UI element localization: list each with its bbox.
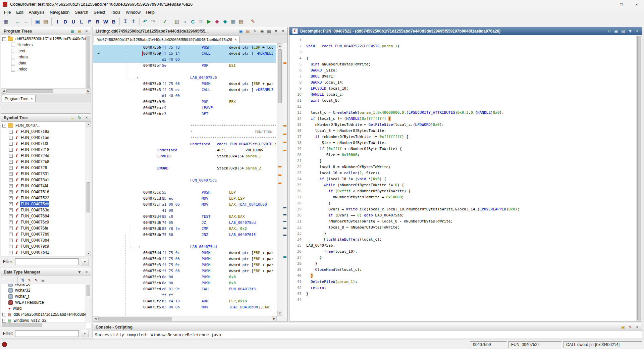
menu-help[interactable]: Help (143, 9, 157, 15)
scroll-lock-icon[interactable]: ▣ (620, 324, 626, 330)
tree-node-section[interactable]: Headers (1, 42, 86, 48)
console-output[interactable]: Successfully compiled: WindowsResourceRe… (93, 331, 642, 339)
expander-icon[interactable]: + (9, 184, 13, 188)
tab-close-icon[interactable]: × (234, 38, 236, 42)
expander-icon[interactable]: + (9, 136, 13, 140)
run-script-icon[interactable]: ▶ (205, 17, 213, 26)
data-type-hscrollbar[interactable] (1, 322, 86, 328)
tree-view-icon[interactable]: ▦ (69, 28, 75, 34)
listing-row[interactable]: 004075c0ff 75 08PUSHdword ptr [EBP + par (93, 81, 276, 87)
decompile-line[interactable]: 7 BOOL BVar1; (291, 73, 637, 79)
symbol-node[interactable]: +fFUN_004071ae (1, 135, 86, 141)
expander-icon[interactable]: + (9, 130, 13, 134)
symbol-node[interactable]: +fFUN_004072ff (1, 165, 86, 171)
decompile-line[interactable]: 39 CloseHandle(local_c); (291, 266, 637, 272)
menu-search[interactable]: Search (72, 9, 91, 15)
tree-node-root[interactable]: -dd674592500b1f71d1255abd7e440d3de329695… (1, 36, 86, 42)
program-tree-tab[interactable]: Program Tree × (2, 95, 36, 102)
decompile-line[interactable]: 40 } (291, 272, 637, 279)
expander-icon[interactable]: + (9, 220, 13, 224)
menu-edit[interactable]: Edit (13, 9, 26, 15)
memory-map-icon[interactable]: ◆ (221, 17, 229, 26)
listing-vscrollbar[interactable]: ▲ ▼ (277, 43, 282, 316)
decompile-line[interactable]: 5 uint nNumberOfBytesToWrite; (291, 61, 637, 67)
tree-node-section[interactable]: .text (1, 48, 86, 54)
listing-row[interactable]: ff ff (93, 292, 276, 298)
archive-node[interactable]: +▤windows_vs12_32 (1, 317, 86, 323)
listing-row[interactable]: 004075e0ff 75 08PUSHdword ptr [EBP + par (93, 256, 276, 262)
decompile-line[interactable]: 29 BVar1 = WriteFile(local_c,local_10,nN… (291, 206, 637, 212)
close-icon[interactable]: × (634, 324, 640, 330)
menu-chevron-icon[interactable]: ▼ (627, 28, 633, 34)
next-register-icon[interactable]: R (94, 17, 102, 26)
symbol-node[interactable]: +fFUN_00407522 (1, 195, 86, 201)
expander-icon[interactable]: + (9, 178, 13, 182)
listing-marker-margin[interactable] (282, 43, 287, 316)
decompile-line[interactable]: 27 nNumberOfBytesToWrite = 0x10000; (291, 194, 637, 200)
menu-chevron-icon[interactable]: ▼ (273, 28, 279, 34)
data-type-vscrollbar[interactable] (86, 284, 91, 323)
decompile-line[interactable]: 2void __cdecl FUN_00407522(LPCWSTR param… (291, 43, 637, 49)
listing-row[interactable]: undefined __cdecl FUN_004075cc(LPVOID pa… (93, 141, 276, 147)
expander-icon[interactable]: + (2, 319, 6, 322)
listing-row[interactable]: 004075cac9LEAVE (93, 105, 276, 111)
listing-row[interactable]: 004075d674 05JZLAB_004075dd (93, 220, 276, 226)
listing-row[interactable]: FUN_004075cc (93, 178, 276, 184)
scroll-up-icon[interactable]: ▲ (277, 43, 282, 48)
next-data-icon[interactable]: D (61, 17, 69, 26)
data-type-manager-header[interactable]: Data Type Manager ▼× (1, 268, 91, 276)
decompile-line[interactable]: 1 (291, 37, 637, 43)
listing-row[interactable]: 004075e3ff 75 0cPUSHdword ptr [EBP + par (93, 262, 276, 268)
menu-select[interactable]: Select (91, 9, 108, 15)
close-icon[interactable]: × (84, 115, 90, 121)
decompile-line[interactable]: 22 local_8 = nNumberOfBytesToWrite; (291, 164, 637, 170)
function-graph-icon[interactable]: ≣ (197, 17, 205, 26)
previous-marker-icon[interactable]: ↥ (129, 17, 138, 26)
listing-row[interactable]: DWORDStack[0x8]:4param_2 (93, 165, 276, 171)
decompile-line[interactable]: 10 HANDLE local_c; (291, 91, 637, 97)
listing-row[interactable]: 004075cc55PUSHEBP (93, 190, 276, 196)
symbol-node[interactable]: +fFUN_004078b4 (1, 237, 86, 243)
snapshot-icon[interactable]: ◉ (259, 28, 265, 34)
symbol-tree-header[interactable]: Symbol Tree →↻× (1, 114, 91, 122)
menu-navigation[interactable]: Navigation (47, 9, 72, 15)
expander-icon[interactable]: + (9, 251, 13, 254)
tree-node-section[interactable]: .data (1, 60, 86, 66)
data-type-node[interactable]: wchar32 (1, 287, 86, 293)
next-function-icon[interactable]: F (86, 17, 94, 26)
decompile-line[interactable]: 18 _Size = nNumberOfBytesToWrite; (291, 140, 637, 146)
decompile-line[interactable]: 12 (291, 103, 637, 109)
decompile-line[interactable]: 32 local_8 = nNumberOfBytesToWrite; (291, 224, 637, 230)
back-icon[interactable]: ← (14, 17, 22, 26)
close-icon[interactable]: × (280, 28, 286, 34)
copy-icon[interactable]: ▣ (613, 28, 619, 34)
expander-icon[interactable]: + (9, 172, 13, 176)
program-trees-header[interactable]: Program Trees ▦⊞× (1, 27, 91, 35)
expander-icon[interactable]: + (9, 202, 13, 206)
console-header[interactable]: Console - Scripting ▣✎× (93, 323, 642, 331)
symbol-node[interactable]: +fFUN_004077b9 (1, 231, 86, 237)
decompile-line[interactable]: 8 DWORD local_14; (291, 79, 637, 85)
next-undefined-icon[interactable]: U (69, 17, 77, 26)
expander-icon[interactable]: + (9, 142, 13, 146)
symbol-node[interactable]: +fFUN_004076c9 (1, 219, 86, 225)
decompile-header[interactable]: C Decompile: FUN_00407522 - (dd674592500… (289, 27, 642, 35)
listing-row[interactable]: 004075f283 c4 18ADDESP,0x18 (93, 298, 276, 304)
menu-file[interactable]: File (1, 9, 13, 15)
listing-row[interactable] (93, 238, 276, 244)
listing-row[interactable]: * FUNCTION (93, 129, 276, 135)
listing-row[interactable]: LAB_004075c0 (93, 75, 276, 81)
decompile-line[interactable]: 31 nNumberOfBytesToWrite = local_8 - nNu… (291, 218, 637, 224)
symbol-node[interactable]: +fFUN_004075cc (1, 201, 86, 207)
refresh-icon[interactable]: ↻ (606, 28, 612, 34)
symbol-node[interactable]: +fFUN_00407331 (1, 171, 86, 177)
symbol-node[interactable]: +fFUN_004074f4 (1, 183, 86, 189)
decompile-line[interactable]: 11 uint local_8; (291, 97, 637, 103)
filter-pointers-icon[interactable]: ↖ (26, 277, 33, 284)
scroll-down-icon[interactable]: ▼ (277, 311, 282, 316)
close-icon[interactable]: × (84, 269, 90, 275)
listing-hscrollbar[interactable]: ◀ ▶ (93, 316, 277, 321)
decompile-line[interactable]: 4{ (291, 55, 637, 61)
decompile-line[interactable]: 21 } (291, 158, 637, 164)
decompile-line[interactable]: 15 nNumberOfBytesToWrite = GetFileSize(l… (291, 121, 637, 128)
